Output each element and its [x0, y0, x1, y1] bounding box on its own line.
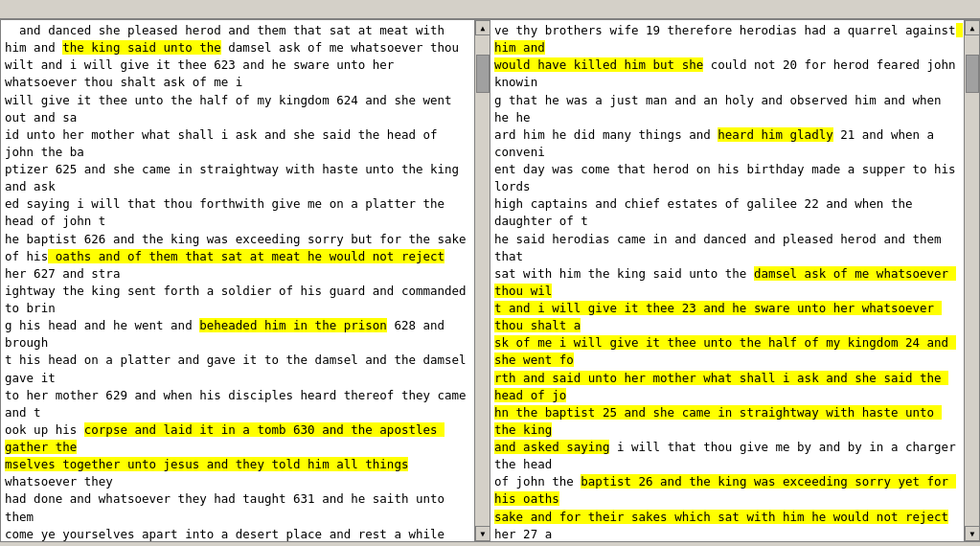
- left-scroll-track[interactable]: [475, 35, 490, 526]
- left-pane: and danced she pleased herod and them th…: [0, 19, 490, 542]
- help-menu[interactable]: [969, 0, 976, 18]
- plain-text: 21 and when a conveni ent day was come t…: [494, 127, 963, 281]
- highlight-yellow: oaths and of them that sat at meat he wo…: [48, 249, 444, 263]
- left-pane-text: and danced she pleased herod and them th…: [1, 20, 474, 541]
- highlight-yellow: would have killed him but she: [494, 57, 703, 72]
- plain-text: ve thy brothers wife 19 therefore herodi…: [494, 23, 956, 37]
- highlight-yellow: the king said unto the: [62, 40, 221, 55]
- left-scroll-down[interactable]: ▼: [475, 526, 490, 541]
- right-scrollbar[interactable]: ▲ ▼: [964, 20, 979, 541]
- compare-menu[interactable]: [23, 2, 31, 16]
- right-pane-text: ve thy brothers wife 19 therefore herodi…: [490, 20, 964, 541]
- menubar: [0, 0, 980, 19]
- file-menu[interactable]: [4, 2, 11, 16]
- right-scroll-track[interactable]: [965, 35, 980, 526]
- highlight-yellow: damsel ask of me whatsoever thou wil t a…: [494, 266, 956, 454]
- right-scroll-up[interactable]: ▲: [965, 20, 980, 35]
- content-area: and danced she pleased herod and them th…: [0, 19, 980, 542]
- plain-text: ve it thee 623 and he sware unto her wha…: [5, 57, 473, 262]
- highlight-yellow: heard him gladly: [718, 127, 832, 142]
- left-scrollbar[interactable]: ▲ ▼: [474, 20, 490, 541]
- right-pane: ve thy brothers wife 19 therefore herodi…: [490, 19, 980, 542]
- right-scroll-thumb[interactable]: [966, 55, 979, 93]
- left-scroll-thumb[interactable]: [476, 55, 490, 93]
- plain-text: 628 and brough t his head on a platter a…: [5, 318, 473, 437]
- left-scroll-up[interactable]: ▲: [475, 20, 490, 35]
- highlight-yellow: beheaded him in the prison: [199, 318, 387, 332]
- right-scroll-down[interactable]: ▼: [965, 526, 980, 541]
